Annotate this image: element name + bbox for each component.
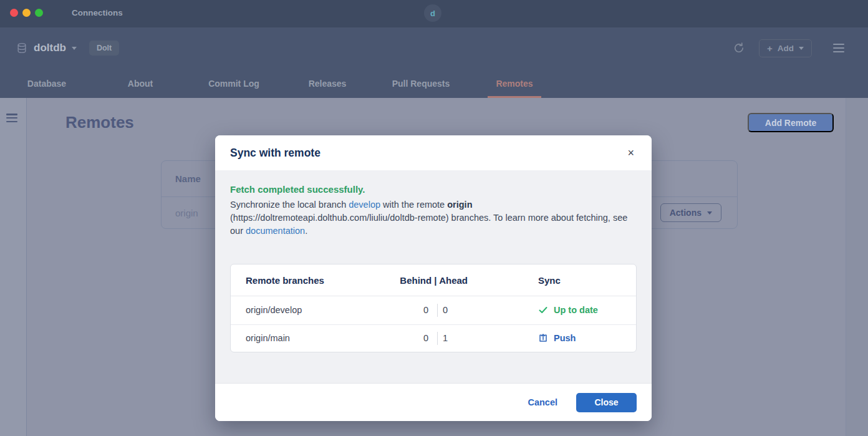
tab-remotes[interactable]: Remotes xyxy=(468,69,561,98)
tab-commit-log[interactable]: Commit Log xyxy=(187,69,281,98)
push-action[interactable]: Push xyxy=(538,333,621,343)
add-button-label: Add xyxy=(778,44,794,53)
behind-count: 0 xyxy=(384,333,437,343)
tab-bar: Database About Commit Log Releases Pull … xyxy=(0,69,561,98)
description-text: . xyxy=(305,226,307,236)
push-icon xyxy=(538,333,548,343)
page-title: Remotes xyxy=(65,113,134,132)
chevron-down-icon[interactable] xyxy=(72,47,77,50)
collapsed-sidebar xyxy=(0,98,27,436)
description-text: Synchronize the local branch xyxy=(230,200,349,210)
menu-icon[interactable] xyxy=(833,44,844,53)
modal-body: Fetch completed successfully. Synchroniz… xyxy=(215,170,652,383)
window-title: Connections xyxy=(72,8,123,17)
ahead-count: 1 xyxy=(438,333,468,343)
app-window: Connections d doltdb Dolt xyxy=(0,0,868,436)
add-remote-button[interactable]: Add Remote xyxy=(748,113,834,132)
user-avatar[interactable]: d xyxy=(424,4,441,22)
close-window-button[interactable] xyxy=(10,9,18,17)
table-row: origin/develop 0 0 Up to date xyxy=(231,296,636,324)
tab-releases[interactable]: Releases xyxy=(281,69,374,98)
table-row: origin/main 0 1 Push xyxy=(231,324,636,352)
sync-column-header: Sync xyxy=(538,275,621,286)
chevron-down-icon xyxy=(799,47,804,50)
remote-branches-table: Remote branches Behind | Ahead Sync orig… xyxy=(230,264,637,352)
close-button[interactable]: Close xyxy=(576,393,637,412)
remote-name: origin xyxy=(447,200,472,210)
behind-ahead-cell: 0 1 xyxy=(384,332,468,345)
sync-status-cell: Up to date xyxy=(538,305,621,315)
add-button[interactable]: + Add xyxy=(759,39,812,57)
minimize-window-button[interactable] xyxy=(22,9,31,17)
titlebar: Connections d xyxy=(0,0,868,27)
database-row: doltdb Dolt + Add xyxy=(0,27,868,69)
window-controls xyxy=(10,9,43,17)
branch-name: origin/develop xyxy=(246,305,384,315)
description-text: with the remote xyxy=(380,200,447,210)
sync-with-remote-modal: Sync with remote × Fetch completed succe… xyxy=(215,135,652,421)
actions-button-label: Actions xyxy=(670,208,702,218)
branches-column-header: Remote branches xyxy=(246,275,384,286)
sync-description: Synchronize the local branch develop wit… xyxy=(230,198,637,238)
remote-name: origin xyxy=(175,208,198,218)
tab-pull-requests[interactable]: Pull Requests xyxy=(374,69,468,98)
behind-ahead-column-header: Behind | Ahead xyxy=(384,275,468,286)
sidebar-menu-icon[interactable] xyxy=(6,114,17,122)
database-type-badge: Dolt xyxy=(89,41,119,56)
tab-about[interactable]: About xyxy=(94,69,187,98)
actions-button[interactable]: Actions xyxy=(660,203,721,222)
branch-name: origin/main xyxy=(246,333,384,343)
documentation-link[interactable]: documentation xyxy=(246,226,305,236)
branches-table-header: Remote branches Behind | Ahead Sync xyxy=(231,264,636,296)
cancel-button[interactable]: Cancel xyxy=(528,397,557,407)
up-to-date-status: Up to date xyxy=(554,305,598,315)
chevron-down-icon xyxy=(707,211,712,215)
refresh-icon[interactable] xyxy=(733,42,745,54)
name-column-header: Name xyxy=(175,173,201,184)
maximize-window-button[interactable] xyxy=(35,9,43,17)
branch-link[interactable]: develop xyxy=(349,200,380,210)
app-header: doltdb Dolt + Add Database xyxy=(0,27,868,98)
database-icon xyxy=(16,42,27,54)
behind-ahead-cell: 0 0 xyxy=(384,304,468,317)
tab-database[interactable]: Database xyxy=(0,69,94,98)
modal-footer: Cancel Close xyxy=(215,383,652,421)
right-gutter xyxy=(846,98,868,436)
push-button-label: Push xyxy=(554,333,576,343)
ahead-count: 0 xyxy=(438,305,468,315)
plus-icon: + xyxy=(767,44,773,52)
header-actions: + Add xyxy=(733,39,844,57)
behind-count: 0 xyxy=(384,305,437,315)
database-name[interactable]: doltdb xyxy=(34,42,66,54)
modal-header: Sync with remote × xyxy=(215,135,652,170)
fetch-success-message: Fetch completed successfully. xyxy=(230,184,637,195)
check-icon xyxy=(538,305,548,315)
modal-title: Sync with remote xyxy=(230,147,321,160)
close-icon[interactable]: × xyxy=(625,145,637,161)
